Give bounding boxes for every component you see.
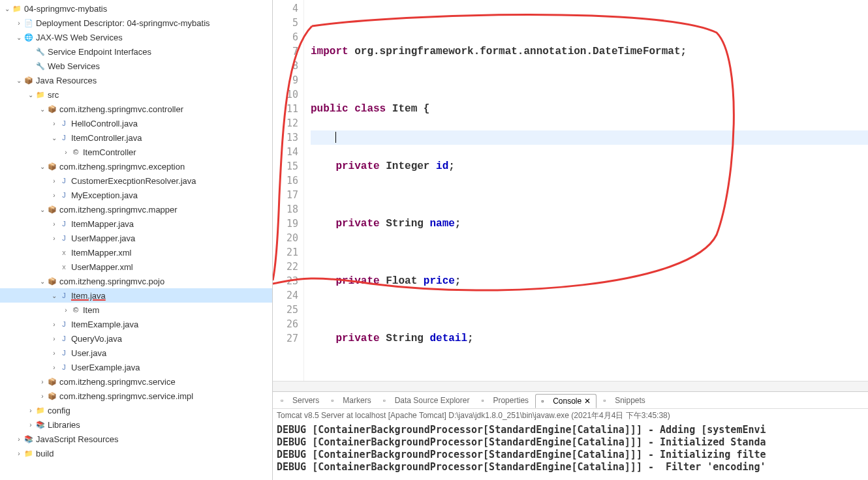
- tree-label: Java Resources: [36, 76, 97, 85]
- tree-twisty-icon[interactable]: ⌄: [38, 163, 47, 170]
- tree-node-icon: 📁: [35, 89, 46, 100]
- tree-twisty-icon[interactable]: ⌄: [50, 292, 59, 299]
- code-editor[interactable]: 4567891011121314151617181920212223242526…: [273, 0, 868, 381]
- tree-twisty-icon[interactable]: ⌄: [38, 106, 47, 113]
- tree-twisty-icon[interactable]: ›: [50, 335, 59, 342]
- close-icon[interactable]: ✕: [584, 397, 591, 406]
- tree-item[interactable]: ›JHelloControll.java: [0, 116, 272, 130]
- tree-item[interactable]: ⌄📦com.itzheng.springmvc.mapper: [0, 202, 272, 217]
- tree-item[interactable]: ›📚Libraries: [0, 417, 272, 432]
- tab-snippets[interactable]: ▫Snippets: [598, 394, 651, 407]
- tab-console[interactable]: ▫Console ✕: [535, 394, 597, 408]
- tree-label: src: [48, 90, 59, 100]
- tree-twisty-icon[interactable]: ›: [50, 120, 59, 127]
- tree-item[interactable]: xUserMapper.xml: [0, 260, 272, 274]
- tree-item[interactable]: ›JQueryVo.java: [0, 331, 272, 346]
- tree-item[interactable]: ›©Item: [0, 303, 272, 317]
- tree-twisty-icon[interactable]: ⌄: [14, 77, 23, 84]
- tree-label: HelloControll.java: [71, 119, 138, 128]
- tree-item[interactable]: ⌄📦com.itzheng.springmvc.controller: [0, 102, 272, 116]
- tree-node-icon: 🔧: [35, 46, 46, 57]
- tree-item[interactable]: 🔧Service Endpoint Interfaces: [0, 44, 272, 59]
- tree-label: com.itzheng.springmvc.controller: [59, 104, 183, 114]
- tree-node-icon: 📦: [47, 204, 57, 215]
- tree-twisty-icon[interactable]: ›: [14, 436, 23, 443]
- tree-item[interactable]: ›JMyException.java: [0, 188, 272, 202]
- editor-scrollbar[interactable]: [273, 381, 868, 391]
- tree-node-icon: 🔧: [35, 61, 46, 71]
- tree-node-icon: 🌐: [23, 32, 34, 42]
- tree-twisty-icon[interactable]: ›: [61, 149, 70, 156]
- tree-twisty-icon[interactable]: ⌄: [38, 278, 47, 285]
- tree-twisty-icon[interactable]: ›: [50, 235, 59, 242]
- tree-item[interactable]: ⌄📦com.itzheng.springmvc.exception: [0, 159, 272, 173]
- tree-twisty-icon[interactable]: ›: [50, 192, 59, 199]
- tree-twisty-icon[interactable]: ›: [50, 364, 59, 371]
- tree-twisty-icon[interactable]: ›: [14, 450, 23, 457]
- line-gutter: 4567891011121314151617181920212223242526…: [273, 0, 304, 381]
- tree-twisty-icon[interactable]: ›: [26, 407, 35, 414]
- tree-twisty-icon[interactable]: ›: [14, 20, 23, 27]
- console-output[interactable]: DEBUG [ContainerBackgroundProcessor[Stan…: [273, 423, 868, 480]
- tree-item[interactable]: ⌄📦Java Resources: [0, 73, 272, 87]
- tree-item[interactable]: ›JItemExample.java: [0, 317, 272, 331]
- tree-item[interactable]: ⌄JItem.java: [0, 288, 272, 303]
- tree-item[interactable]: ›JUserMapper.java: [0, 231, 272, 245]
- tree-node-icon: 📦: [47, 276, 57, 286]
- tab-data-source-explorer[interactable]: ▫Data Source Explorer: [378, 394, 475, 407]
- tab-icon: ▫: [331, 396, 340, 405]
- tree-item[interactable]: ›📄Deployment Descriptor: 04-springmvc-my…: [0, 16, 272, 30]
- tree-node-icon: J: [59, 233, 69, 243]
- tree-label: com.itzheng.springmvc.service: [59, 377, 176, 387]
- tree-twisty-icon[interactable]: ›: [26, 421, 35, 428]
- tree-item[interactable]: ›📁config: [0, 403, 272, 417]
- tree-twisty-icon[interactable]: ⌄: [38, 206, 47, 213]
- tree-item[interactable]: ⌄🌐JAX-WS Web Services: [0, 30, 272, 44]
- tree-item[interactable]: ›JUserExample.java: [0, 360, 272, 374]
- tree-twisty-icon[interactable]: ›: [38, 393, 47, 400]
- tree-item[interactable]: ›📁build: [0, 446, 272, 460]
- tab-servers[interactable]: ▫Servers: [275, 394, 324, 407]
- code-content[interactable]: import org.springframework.format.annota…: [304, 0, 868, 381]
- tree-item[interactable]: ⌄📁04-springmvc-mybatis: [0, 1, 272, 16]
- tree-item[interactable]: ›©ItemController: [0, 145, 272, 159]
- tab-icon: ▫: [603, 396, 612, 405]
- tree-node-icon: J: [59, 319, 69, 329]
- tree-twisty-icon[interactable]: ›: [50, 321, 59, 328]
- tree-item[interactable]: ›📚JavaScript Resources: [0, 432, 272, 446]
- tree-twisty-icon[interactable]: ›: [50, 177, 59, 185]
- tree-node-icon: x: [59, 262, 69, 272]
- tree-label: config: [48, 406, 70, 415]
- tree-item[interactable]: ⌄JItemController.java: [0, 130, 272, 145]
- tree-item[interactable]: ›JItemMapper.java: [0, 217, 272, 231]
- tree-twisty-icon[interactable]: ⌄: [3, 5, 12, 12]
- tree-label: com.itzheng.springmvc.service.impl: [59, 391, 193, 401]
- bottom-tabs[interactable]: ▫Servers▫Markers▫Data Source Explorer▫Pr…: [273, 392, 868, 409]
- tree-item[interactable]: 🔧Web Services: [0, 59, 272, 73]
- tree-node-icon: J: [59, 348, 69, 358]
- tree-node-icon: 📚: [35, 419, 46, 430]
- tree-twisty-icon[interactable]: ›: [38, 378, 47, 385]
- tree-item[interactable]: ⌄📁src: [0, 87, 272, 102]
- tree-label: UserExample.java: [71, 363, 140, 372]
- tree-item[interactable]: ›JCustomerExecptionResolver.java: [0, 173, 272, 188]
- tree-label: com.itzheng.springmvc.exception: [59, 162, 185, 172]
- tree-twisty-icon[interactable]: ›: [50, 350, 59, 357]
- tree-item[interactable]: ⌄📦com.itzheng.springmvc.pojo: [0, 274, 272, 288]
- tree-item[interactable]: ›📦com.itzheng.springmvc.service.impl: [0, 389, 272, 403]
- tree-item[interactable]: ›JUser.java: [0, 346, 272, 360]
- tab-markers[interactable]: ▫Markers: [326, 394, 376, 407]
- tree-label: JAX-WS Web Services: [36, 33, 123, 42]
- tree-node-icon: 📦: [23, 75, 34, 85]
- tree-twisty-icon[interactable]: ›: [50, 220, 59, 228]
- tree-twisty-icon[interactable]: ⌄: [26, 91, 35, 98]
- tab-properties[interactable]: ▫Properties: [476, 394, 534, 407]
- tree-item[interactable]: ›📦com.itzheng.springmvc.service: [0, 374, 272, 389]
- tree-twisty-icon[interactable]: ⌄: [50, 134, 59, 142]
- tree-twisty-icon[interactable]: ⌄: [14, 34, 23, 41]
- tree-item[interactable]: xItemMapper.xml: [0, 245, 272, 260]
- console-header: Tomcat v8.5 Server at localhost [Apache …: [273, 409, 868, 423]
- tree-node-icon: J: [59, 132, 69, 143]
- project-explorer[interactable]: ⌄📁04-springmvc-mybatis›📄Deployment Descr…: [0, 0, 273, 480]
- tree-twisty-icon[interactable]: ›: [61, 307, 70, 314]
